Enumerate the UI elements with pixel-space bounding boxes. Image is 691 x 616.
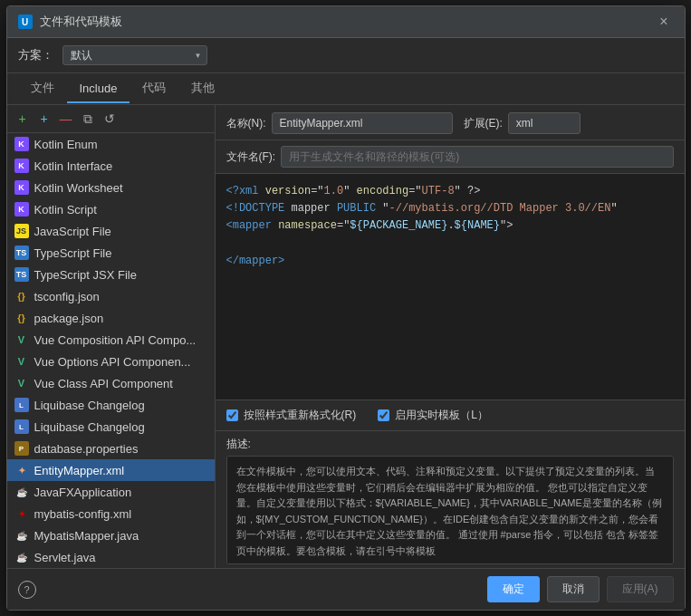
footer: ? 确定 取消 应用(A): [7, 568, 685, 610]
copy-button[interactable]: ⧉: [78, 109, 98, 129]
file-item-label: Liquibase Changelog: [34, 399, 145, 412]
list-item[interactable]: ✦ EntityMapper.xml: [7, 459, 215, 481]
list-item[interactable]: K Kotlin Worksheet: [7, 177, 215, 198]
list-item[interactable]: ☕ Servlet.java: [7, 546, 215, 568]
realtime-checkbox-group[interactable]: 启用实时模板（L）: [378, 408, 488, 423]
dialog-title: 文件和代码模板: [40, 14, 122, 30]
restore-button[interactable]: ↺: [100, 109, 120, 129]
java-icon: ☕: [14, 550, 29, 564]
realtime-checkbox[interactable]: [378, 409, 389, 421]
file-item-label: Vue Class API Component: [34, 377, 173, 390]
xml-icon: ✦: [14, 463, 29, 477]
options-row: 按照样式重新格式化(R) 启用实时模板（L）: [216, 399, 685, 430]
filename-label: 文件名(F):: [226, 149, 276, 165]
list-item[interactable]: L Liquibase Changelog: [7, 394, 215, 416]
list-item[interactable]: K Kotlin Enum: [7, 133, 215, 155]
filename-input[interactable]: [281, 146, 673, 168]
list-item[interactable]: ☕ MybatisMapper.java: [7, 525, 215, 546]
vue-icon: V: [14, 332, 29, 347]
description-title: 描述:: [226, 437, 674, 452]
title-bar: U 文件和代码模板 ×: [7, 6, 685, 38]
confirm-button[interactable]: 确定: [487, 576, 540, 602]
reformat-checkbox-group[interactable]: 按照样式重新格式化(R): [226, 408, 357, 423]
java-icon: ☕: [14, 485, 29, 499]
file-item-label: Servlet.java: [34, 551, 96, 564]
name-group: 名称(N):: [226, 112, 453, 134]
list-item[interactable]: V Vue Composition API Compo...: [7, 329, 215, 351]
code-line-2: <!DOCTYPE mapper PUBLIC "-//mybatis.org/…: [226, 200, 674, 217]
scheme-row: 方案： 默认: [7, 38, 685, 73]
kotlin-icon: K: [14, 202, 29, 217]
left-panel: + + — ⧉ ↺ K Kotlin Enum K Kotlin Interfa…: [7, 105, 216, 568]
tab-include[interactable]: Include: [67, 75, 130, 103]
tsx-icon: TS: [14, 267, 29, 282]
file-item-label: EntityMapper.xml: [34, 464, 125, 477]
file-item-label: TypeScript JSX File: [34, 268, 137, 282]
kotlin-icon: K: [14, 180, 29, 195]
apply-button[interactable]: 应用(A): [607, 576, 674, 602]
tabs-row: 文件 Include 代码 其他: [7, 73, 685, 105]
json-icon: {}: [14, 289, 29, 303]
list-item[interactable]: V Vue Class API Component: [7, 372, 215, 394]
list-item[interactable]: ☕ JavaFXApplication: [7, 481, 215, 503]
list-item[interactable]: V Vue Options API Componen...: [7, 351, 215, 372]
file-item-label: Kotlin Worksheet: [34, 181, 123, 195]
cancel-button[interactable]: 取消: [547, 576, 600, 602]
name-input[interactable]: [272, 112, 453, 134]
code-editor[interactable]: <?xml version="1.0" encoding="UTF-8" ?> …: [216, 174, 685, 399]
list-item[interactable]: P database.properties: [7, 438, 215, 459]
vue-icon: V: [14, 354, 29, 369]
main-content: + + — ⧉ ↺ K Kotlin Enum K Kotlin Interfa…: [7, 105, 685, 568]
liq-icon: L: [14, 398, 29, 412]
vue-icon: V: [14, 376, 29, 390]
file-item-label: Vue Options API Componen...: [34, 355, 191, 369]
list-item[interactable]: {} tsconfig.json: [7, 285, 215, 307]
footer-left: ?: [18, 581, 36, 599]
scheme-select[interactable]: 默认: [62, 45, 207, 65]
list-item[interactable]: L Liquibase Changelog: [7, 416, 215, 438]
name-label: 名称(N):: [226, 116, 266, 131]
file-item-label: Kotlin Script: [34, 203, 97, 217]
code-line-3: <mapper namespace="${PACKAGE_NAME}.${NAM…: [226, 217, 674, 235]
file-item-label: mybatis-config.xml: [34, 507, 132, 521]
list-item[interactable]: {} package.json: [7, 307, 215, 329]
code-line-4: [226, 236, 674, 253]
help-button[interactable]: ?: [18, 581, 36, 599]
left-toolbar: + + — ⧉ ↺: [7, 105, 215, 133]
title-bar-left: U 文件和代码模板: [18, 14, 122, 30]
scheme-select-wrapper: 默认: [62, 45, 207, 65]
list-item[interactable]: JS JavaScript File: [7, 220, 215, 242]
list-item[interactable]: K Kotlin Interface: [7, 155, 215, 177]
realtime-label: 启用实时模板（L）: [395, 408, 488, 423]
reformat-checkbox[interactable]: [226, 409, 238, 421]
kotlin-icon: K: [14, 159, 29, 173]
main-dialog: U 文件和代码模板 × 方案： 默认 文件 Include 代码 其他 + + …: [6, 5, 686, 611]
close-button[interactable]: ×: [654, 12, 673, 32]
list-item[interactable]: TS TypeScript File: [7, 242, 215, 264]
ext-group: 扩展(E):: [464, 112, 581, 134]
file-item-label: Kotlin Enum: [34, 138, 98, 151]
liq-icon: L: [14, 419, 29, 434]
tab-other[interactable]: 其他: [178, 73, 227, 104]
file-item-label: JavaFXApplication: [34, 486, 132, 499]
tab-code[interactable]: 代码: [130, 73, 178, 104]
file-item-label: TypeScript File: [34, 246, 112, 260]
list-item[interactable]: TS TypeScript JSX File: [7, 264, 215, 285]
app-icon: U: [18, 14, 33, 29]
remove-button[interactable]: —: [56, 109, 76, 129]
add-button[interactable]: +: [13, 109, 33, 129]
description-section: 描述: 在文件模板中，您可以使用文本、代码、注释和预定义变量。以下提供了预定义变…: [216, 430, 685, 568]
list-item[interactable]: K Kotlin Script: [7, 198, 215, 220]
fields-row: 名称(N): 扩展(E):: [216, 105, 685, 140]
ts-icon: TS: [14, 245, 29, 260]
file-item-label: tsconfig.json: [34, 290, 100, 303]
list-item[interactable]: ✦ mybatis-config.xml: [7, 503, 215, 525]
ext-label: 扩展(E):: [464, 116, 503, 131]
tab-files[interactable]: 文件: [18, 73, 67, 104]
file-item-label: database.properties: [34, 442, 139, 456]
file-item-label: package.json: [34, 312, 104, 325]
ext-input[interactable]: [508, 112, 581, 134]
add2-button[interactable]: +: [34, 109, 54, 129]
file-item-label: JavaScript File: [34, 225, 111, 238]
footer-right: 确定 取消 应用(A): [487, 576, 674, 602]
